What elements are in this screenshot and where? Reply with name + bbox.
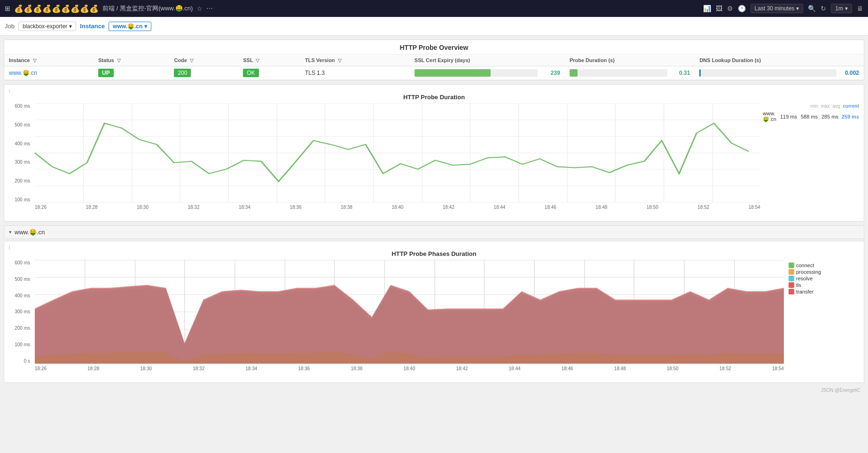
phases-x-18-30: 18:30 bbox=[140, 366, 152, 378]
job-value: blackbox-exporter bbox=[23, 23, 67, 30]
dns-bar-inner bbox=[699, 69, 701, 77]
x-18-32: 18:32 bbox=[188, 205, 199, 216]
probe-duration-svg bbox=[35, 103, 760, 202]
x-18-46: 18:46 bbox=[545, 205, 556, 216]
instance-dropdown[interactable]: www.🤑.cn ▾ bbox=[109, 22, 151, 31]
chart-icon[interactable]: 📊 bbox=[703, 5, 711, 12]
y-label-400: 400 ms bbox=[15, 141, 30, 146]
zoom-icon[interactable]: 🔍 bbox=[808, 5, 816, 12]
tls-filter-icon[interactable]: ▽ bbox=[338, 58, 342, 63]
phases-x-18-40: 18:40 bbox=[403, 366, 415, 378]
ssl-bar-outer bbox=[414, 69, 538, 77]
main-content: HTTP Probe Overview Instance ▽ Status ▽ … bbox=[0, 36, 868, 397]
tls-label: tls bbox=[796, 282, 801, 288]
phases-x-18-50: 18:50 bbox=[667, 366, 679, 378]
share-icon[interactable]: ⋯ bbox=[206, 5, 213, 12]
phases-y-200: 200 ms bbox=[15, 326, 30, 331]
col-ssl: SSL ▽ bbox=[238, 55, 300, 66]
connect-dot bbox=[789, 262, 794, 268]
y-label-200: 200 ms bbox=[15, 178, 30, 183]
overview-title: HTTP Probe Overview bbox=[4, 40, 864, 55]
app-grid-icon[interactable]: ⊞ bbox=[5, 5, 10, 12]
legend-tls: tls bbox=[789, 282, 859, 288]
col-ssl-expiry: SSL Cert Expiry (days) bbox=[410, 55, 565, 66]
instance-filter-icon[interactable]: ▽ bbox=[33, 58, 37, 63]
transfer-label: transfer bbox=[796, 289, 813, 294]
cell-ssl: OK bbox=[238, 66, 300, 80]
image-icon[interactable]: 🖼 bbox=[716, 5, 722, 12]
time-selector[interactable]: Last 30 minutes ▾ bbox=[751, 4, 804, 13]
phases-x-18-34: 18:34 bbox=[245, 366, 257, 378]
phases-x-18-32: 18:32 bbox=[193, 366, 204, 378]
x-18-48: 18:48 bbox=[595, 205, 607, 216]
interval-selector[interactable]: 1m ▾ bbox=[831, 4, 852, 13]
col-instance: Instance ▽ bbox=[4, 55, 94, 66]
phases-y-axis: 600 ms 500 ms 400 ms 300 ms 200 ms 100 m… bbox=[9, 260, 32, 364]
phases-x-18-38: 18:38 bbox=[351, 366, 362, 378]
x-18-30: 18:30 bbox=[137, 205, 149, 216]
monitor-icon[interactable]: 🖥 bbox=[857, 5, 863, 12]
phases-svg-container bbox=[35, 260, 784, 364]
phases-info: i bbox=[9, 245, 859, 250]
cell-status: UP bbox=[94, 66, 169, 80]
y-label-600: 600 ms bbox=[15, 103, 30, 109]
x-axis: 18:26 18:28 18:30 18:32 18:34 18:36 18:3… bbox=[35, 205, 760, 216]
star-icon[interactable]: ☆ bbox=[196, 5, 203, 12]
x-18-54: 18:54 bbox=[749, 205, 760, 216]
time-label: Last 30 minutes bbox=[755, 5, 795, 12]
x-18-36: 18:36 bbox=[289, 205, 301, 216]
transfer-dot bbox=[789, 289, 794, 294]
col-probe-duration: Probe Duration (s) bbox=[565, 55, 695, 66]
y-axis: 600 ms 500 ms 400 ms 300 ms 200 ms 100 m… bbox=[9, 103, 32, 202]
legend-processing: processing bbox=[789, 269, 859, 275]
x-18-50: 18:50 bbox=[647, 205, 658, 216]
x-18-34: 18:34 bbox=[239, 205, 250, 216]
legend-transfer: transfer bbox=[789, 289, 859, 294]
ssl-filter-icon[interactable]: ▽ bbox=[256, 58, 259, 63]
overview-table: Instance ▽ Status ▽ Code ▽ SSL ▽ TLS Ver… bbox=[4, 55, 864, 80]
probe-duration-svg-container bbox=[35, 103, 760, 202]
refresh-icon[interactable]: ↻ bbox=[821, 5, 826, 12]
phases-duration-panel: i HTTP Probe Phases Duration 600 ms 500 … bbox=[4, 241, 864, 383]
phases-y-100: 100 ms bbox=[15, 342, 30, 347]
x-18-40: 18:40 bbox=[391, 205, 403, 216]
phases-y-300: 300 ms bbox=[15, 309, 30, 314]
cell-probe-duration: 0.31 bbox=[565, 66, 695, 80]
section-arrow-icon: ▾ bbox=[9, 229, 12, 235]
phases-x-axis: 18:26 18:28 18:30 18:32 18:34 18:36 18:3… bbox=[35, 366, 784, 378]
cell-ssl-expiry: 239 bbox=[410, 66, 565, 80]
topbar-left: ⊞ 💰💰💰💰💰💰💰💰💰 前端 / 黑盒监控-官网(www.🤑.cn) ☆ ⋯ bbox=[5, 4, 213, 13]
probe-legend: min max avg current www.🤑.cn 119 ms 588 … bbox=[765, 103, 859, 122]
table-row: www.🤑.cn UP 200 OK TLS 1.3 239 bbox=[4, 66, 864, 80]
x-18-42: 18:42 bbox=[443, 205, 454, 216]
phases-title: HTTP Probe Phases Duration bbox=[9, 250, 859, 257]
code-filter-icon[interactable]: ▽ bbox=[190, 58, 194, 63]
phases-y-600: 600 ms bbox=[15, 260, 30, 265]
section-header[interactable]: ▾ www.🤑.cn bbox=[4, 225, 864, 239]
phase-tls-area bbox=[35, 285, 784, 364]
phases-x-18-42: 18:42 bbox=[456, 366, 468, 378]
section-label: www.🤑.cn bbox=[15, 229, 45, 236]
clock-icon: 🕐 bbox=[738, 5, 746, 12]
phase-legend: connect processing resolve tls transfer bbox=[789, 262, 859, 295]
x-18-52: 18:52 bbox=[697, 205, 709, 216]
probe-duration-title: HTTP Probe Duration bbox=[9, 94, 859, 101]
status-badge: UP bbox=[98, 69, 114, 77]
settings-icon[interactable]: ⚙ bbox=[727, 5, 733, 12]
ssl-badge: OK bbox=[243, 69, 258, 77]
y-label-300: 300 ms bbox=[15, 159, 30, 165]
cell-tls: TLS 1.3 bbox=[300, 66, 410, 80]
legend-series: www.🤑.cn bbox=[763, 111, 776, 122]
phases-x-18-46: 18:46 bbox=[562, 366, 573, 378]
status-filter-icon[interactable]: ▽ bbox=[117, 58, 121, 63]
phases-x-18-44: 18:44 bbox=[509, 366, 521, 378]
job-dropdown[interactable]: blackbox-exporter ▾ bbox=[18, 22, 76, 31]
legend-max: 588 ms bbox=[799, 114, 818, 119]
dns-duration-value: 0.002 bbox=[840, 70, 859, 76]
col-status: Status ▽ bbox=[94, 55, 169, 66]
phases-x-18-26: 18:26 bbox=[35, 366, 47, 378]
x-18-28: 18:28 bbox=[86, 205, 97, 216]
cell-code: 200 bbox=[169, 66, 238, 80]
phases-y-0: 0 s bbox=[24, 358, 30, 364]
probe-duration-chart-area: 600 ms 500 ms 400 ms 300 ms 200 ms 100 m… bbox=[9, 103, 859, 216]
